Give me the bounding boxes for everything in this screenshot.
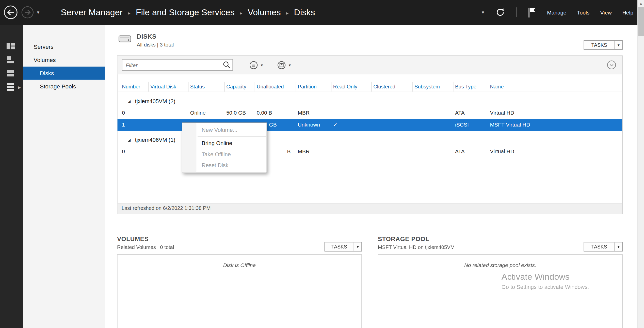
breadcrumb-item-file-and-storage-services[interactable]: File and Storage Services bbox=[136, 7, 235, 17]
breadcrumb-item-volumes[interactable]: Volumes bbox=[248, 7, 281, 17]
volumes-tasks-button[interactable]: TASKS ▾ bbox=[325, 242, 362, 252]
storage-pool-subtitle: MSFT Virtual HD on tjxiem405VM bbox=[378, 244, 455, 250]
scrollbar-up-icon[interactable]: ▲ bbox=[638, 0, 644, 7]
column-header-virtual-disk[interactable]: Virtual Disk bbox=[149, 82, 188, 92]
back-arrow-icon bbox=[3, 5, 18, 20]
sidebar-item-label: Storage Pools bbox=[40, 83, 76, 90]
topbar-divider bbox=[516, 7, 517, 17]
context-menu-item-new-volume: New Volume... bbox=[182, 124, 267, 136]
context-menu-item-reset-disk: Reset Disk bbox=[182, 160, 267, 171]
rail-local-server-button[interactable] bbox=[6, 55, 17, 65]
last-refreshed-status: Last refreshed on 6/2/2022 1:31:38 PM bbox=[118, 203, 622, 214]
activate-windows-watermark: Activate Windows Go to Settings to activ… bbox=[502, 272, 589, 290]
search-icon[interactable] bbox=[223, 61, 231, 69]
read-only-check-icon: ✓ bbox=[331, 119, 372, 131]
scrollbar-thumb[interactable] bbox=[638, 7, 644, 36]
menu-manage[interactable]: Manage bbox=[547, 9, 566, 15]
breadcrumb-separator-icon: ▸ bbox=[128, 9, 131, 16]
filter-box bbox=[122, 59, 233, 71]
group-expanded-icon[interactable]: ◢ bbox=[128, 99, 131, 103]
navigation-sidebar: Servers Volumes Disks Storage Pools bbox=[23, 25, 105, 328]
rail-file-storage-services-button[interactable] bbox=[6, 82, 17, 92]
nav-buttons: ▾ bbox=[3, 0, 39, 25]
vertical-scrollbar[interactable]: ▲ bbox=[637, 0, 644, 328]
rail-all-servers-button[interactable] bbox=[6, 69, 17, 79]
forward-arrow-icon bbox=[21, 6, 34, 19]
left-icon-rail: ▶ bbox=[0, 25, 23, 328]
chevron-down-circle-icon bbox=[607, 60, 617, 70]
column-header-bus-type[interactable]: Bus Type bbox=[454, 82, 488, 92]
column-header-read-only[interactable]: Read Only bbox=[331, 82, 372, 92]
column-header-subsystem[interactable]: Subsystem bbox=[413, 82, 453, 92]
sidebar-item-label: Servers bbox=[34, 43, 54, 50]
breadcrumb: Server Manager ▸ File and Storage Servic… bbox=[61, 0, 315, 25]
save-query-dropdown[interactable]: ▾ bbox=[277, 60, 291, 70]
column-header-number[interactable]: Number bbox=[120, 82, 149, 92]
storage-pool-tasks-button[interactable]: TASKS ▾ bbox=[584, 242, 623, 252]
notifications-flag-button[interactable] bbox=[527, 7, 537, 18]
refresh-button[interactable] bbox=[495, 7, 506, 18]
column-header-status[interactable]: Status bbox=[188, 82, 224, 92]
context-menu-item-bring-online[interactable]: Bring Online bbox=[182, 138, 267, 149]
list-view-icon bbox=[249, 60, 258, 70]
server-manager-window: ▾ Server Manager ▸ File and Storage Serv… bbox=[0, 0, 644, 328]
disk-context-menu: New Volume... Bring Online Take Offline … bbox=[182, 122, 267, 173]
menu-help[interactable]: Help bbox=[622, 9, 633, 15]
disks-tasks-button[interactable]: TASKS ▾ bbox=[584, 40, 623, 50]
save-icon bbox=[277, 60, 286, 70]
forward-button bbox=[21, 6, 34, 19]
main-content: DISKS All disks | 3 total TASKS ▾ bbox=[105, 25, 637, 328]
watermark-line1: Activate Windows bbox=[502, 272, 589, 282]
sidebar-item-servers[interactable]: Servers bbox=[23, 40, 105, 54]
group-label: tjxiem406VM (1) bbox=[135, 137, 175, 143]
column-header-partition[interactable]: Partition bbox=[296, 82, 331, 92]
breadcrumb-separator-icon: ▸ bbox=[240, 9, 243, 16]
disk-drive-icon bbox=[118, 34, 132, 44]
filter-input[interactable] bbox=[122, 59, 233, 71]
disks-toolbar: ▾ ▾ bbox=[118, 56, 622, 74]
rail-expander-icon[interactable]: ▶ bbox=[18, 85, 21, 89]
dashboard-icon bbox=[6, 42, 16, 50]
collapse-panel-button[interactable] bbox=[607, 60, 617, 70]
column-header-clustered[interactable]: Clustered bbox=[372, 82, 413, 92]
filter-options-dropdown[interactable]: ▾ bbox=[249, 60, 263, 70]
menu-view[interactable]: View bbox=[600, 9, 611, 15]
sidebar-item-label: Disks bbox=[40, 70, 54, 76]
menu-tools[interactable]: Tools bbox=[577, 9, 589, 15]
context-menu-item-take-offline: Take Offline bbox=[182, 149, 267, 160]
topbar-right-cluster: ▾ Manage Tools View Help bbox=[482, 0, 633, 25]
storage-pool-panel: No related storage pool exists. Activate… bbox=[378, 254, 623, 328]
sidebar-item-label: Volumes bbox=[34, 57, 56, 63]
column-header-name[interactable]: Name bbox=[488, 82, 622, 92]
tasks-button-label: TASKS bbox=[584, 244, 615, 250]
disks-table-header: Number Virtual Disk Status Capacity Unal… bbox=[118, 82, 622, 92]
group-label: tjxiem405VM (2) bbox=[135, 98, 175, 104]
nav-history-dropdown[interactable]: ▾ bbox=[37, 9, 40, 15]
breadcrumb-item-disks[interactable]: Disks bbox=[294, 7, 315, 17]
column-header-capacity[interactable]: Capacity bbox=[225, 82, 255, 92]
breadcrumb-separator-icon: ▸ bbox=[286, 9, 289, 16]
volumes-subtitle: Related Volumes | 0 total bbox=[117, 244, 174, 250]
server-dropdown-caret[interactable]: ▾ bbox=[482, 9, 484, 15]
breadcrumb-item-server-manager[interactable]: Server Manager bbox=[61, 7, 123, 17]
disk-row-0-tjxiem405vm[interactable]: 0 Online 50.0 GB 0.00 B MBR ATA Virtual … bbox=[118, 107, 622, 119]
local-server-icon bbox=[6, 56, 16, 64]
caret-down-icon: ▾ bbox=[261, 63, 263, 67]
volumes-empty-message: Disk is Offline bbox=[118, 262, 362, 268]
column-header-unallocated[interactable]: Unallocated bbox=[255, 82, 296, 92]
sidebar-item-volumes[interactable]: Volumes bbox=[23, 53, 105, 67]
tasks-button-label: TASKS bbox=[325, 244, 353, 250]
disks-subtitle: All disks | 3 total bbox=[137, 42, 174, 48]
tasks-button-label: TASKS bbox=[584, 42, 615, 48]
rail-dashboard-button[interactable] bbox=[6, 41, 17, 51]
disk-group-row-tjxiem405vm[interactable]: ◢ tjxiem405VM (2) bbox=[118, 96, 622, 107]
file-storage-services-icon bbox=[6, 83, 16, 92]
group-expanded-icon[interactable]: ◢ bbox=[128, 138, 131, 142]
sidebar-item-storage-pools[interactable]: Storage Pools bbox=[23, 80, 105, 93]
sidebar-item-disks[interactable]: Disks bbox=[23, 67, 105, 80]
storage-pool-title: STORAGE POOL bbox=[378, 236, 429, 242]
watermark-line2: Go to Settings to activate Windows. bbox=[502, 284, 589, 290]
volumes-panel: Disk is Offline bbox=[117, 254, 362, 328]
caret-down-icon: ▾ bbox=[615, 244, 622, 249]
back-button[interactable] bbox=[3, 5, 18, 20]
